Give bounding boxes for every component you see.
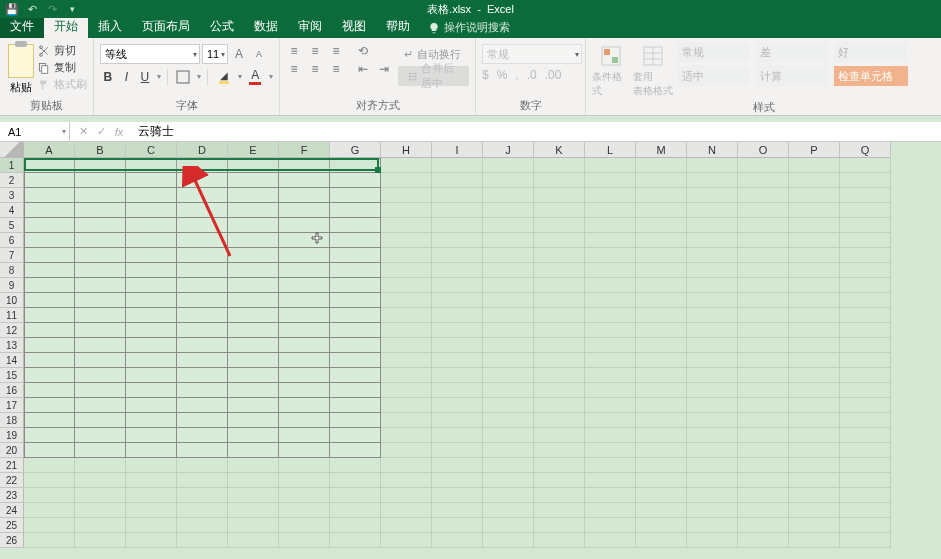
cell[interactable] xyxy=(789,353,840,368)
cell[interactable] xyxy=(228,218,279,233)
cell[interactable] xyxy=(279,533,330,548)
orientation-icon[interactable]: ⟲ xyxy=(355,44,371,58)
paste-button[interactable]: 粘贴 xyxy=(6,40,38,96)
cell[interactable] xyxy=(177,218,228,233)
cell[interactable] xyxy=(738,458,789,473)
copy-button[interactable]: 复制 xyxy=(38,60,87,75)
cell[interactable] xyxy=(177,473,228,488)
cell[interactable] xyxy=(279,443,330,458)
cell[interactable] xyxy=(381,188,432,203)
cell[interactable] xyxy=(279,158,330,173)
align-right-icon[interactable]: ≡ xyxy=(328,62,344,76)
cell[interactable] xyxy=(585,188,636,203)
cell[interactable] xyxy=(24,323,75,338)
cell[interactable] xyxy=(789,323,840,338)
cell[interactable] xyxy=(24,278,75,293)
cell[interactable] xyxy=(840,263,891,278)
cell[interactable] xyxy=(687,188,738,203)
increase-decimal-icon[interactable]: .0 xyxy=(527,68,537,82)
cell[interactable] xyxy=(279,383,330,398)
cell[interactable] xyxy=(483,218,534,233)
cell[interactable] xyxy=(789,428,840,443)
cell[interactable] xyxy=(177,173,228,188)
row-header-8[interactable]: 8 xyxy=(0,263,24,278)
undo-icon[interactable]: ↶ xyxy=(24,1,40,17)
cell[interactable] xyxy=(381,428,432,443)
cell[interactable] xyxy=(228,338,279,353)
cell[interactable] xyxy=(126,383,177,398)
cell[interactable] xyxy=(789,248,840,263)
cell[interactable] xyxy=(228,188,279,203)
cell[interactable] xyxy=(840,443,891,458)
align-bottom-icon[interactable]: ≡ xyxy=(328,44,344,58)
cell[interactable] xyxy=(534,488,585,503)
cell[interactable] xyxy=(585,458,636,473)
cell[interactable] xyxy=(330,263,381,278)
cell[interactable] xyxy=(330,413,381,428)
cell[interactable] xyxy=(585,488,636,503)
cell[interactable] xyxy=(126,248,177,263)
cell[interactable] xyxy=(432,533,483,548)
tab-insert[interactable]: 插入 xyxy=(88,15,132,38)
cell[interactable] xyxy=(24,353,75,368)
cell[interactable] xyxy=(738,413,789,428)
cell[interactable] xyxy=(687,248,738,263)
cell[interactable] xyxy=(75,323,126,338)
cell[interactable] xyxy=(24,533,75,548)
cell[interactable] xyxy=(330,203,381,218)
cell[interactable] xyxy=(738,398,789,413)
cell[interactable] xyxy=(534,368,585,383)
cell[interactable] xyxy=(432,248,483,263)
cell[interactable] xyxy=(24,443,75,458)
col-header-E[interactable]: E xyxy=(228,142,279,158)
cell[interactable] xyxy=(381,218,432,233)
align-middle-icon[interactable]: ≡ xyxy=(307,44,323,58)
cell[interactable] xyxy=(840,503,891,518)
cell[interactable] xyxy=(738,173,789,188)
cell[interactable] xyxy=(75,293,126,308)
cell[interactable] xyxy=(330,488,381,503)
cell[interactable] xyxy=(636,518,687,533)
style-calc[interactable]: 计算 xyxy=(756,66,828,86)
cell[interactable] xyxy=(738,233,789,248)
cell[interactable] xyxy=(789,368,840,383)
cell[interactable] xyxy=(279,248,330,263)
cut-button[interactable]: 剪切 xyxy=(38,43,87,58)
cell[interactable] xyxy=(534,263,585,278)
cell[interactable] xyxy=(636,458,687,473)
cell[interactable] xyxy=(483,248,534,263)
number-format-combo[interactable]: 常规▾ xyxy=(482,44,582,64)
cell[interactable] xyxy=(381,248,432,263)
fx-icon[interactable]: fx xyxy=(112,126,126,138)
cell[interactable] xyxy=(534,503,585,518)
cell[interactable] xyxy=(636,428,687,443)
cell[interactable] xyxy=(228,398,279,413)
row-header-1[interactable]: 1 xyxy=(0,158,24,173)
cell[interactable] xyxy=(432,233,483,248)
cell[interactable] xyxy=(534,413,585,428)
cell[interactable] xyxy=(585,338,636,353)
cell[interactable] xyxy=(126,158,177,173)
conditional-formatting-button[interactable]: 条件格式 xyxy=(592,44,630,98)
style-bad[interactable]: 差 xyxy=(756,42,828,62)
cell[interactable] xyxy=(636,218,687,233)
cell[interactable] xyxy=(636,413,687,428)
cell[interactable] xyxy=(432,338,483,353)
bold-button[interactable]: B xyxy=(100,70,116,84)
cell[interactable] xyxy=(636,248,687,263)
cell[interactable] xyxy=(279,293,330,308)
cell[interactable] xyxy=(330,383,381,398)
cell[interactable] xyxy=(75,308,126,323)
align-top-icon[interactable]: ≡ xyxy=(286,44,302,58)
cell[interactable] xyxy=(228,173,279,188)
cell[interactable] xyxy=(126,518,177,533)
cell[interactable] xyxy=(789,278,840,293)
cell[interactable] xyxy=(126,203,177,218)
name-box[interactable]: A1▾ xyxy=(0,122,70,142)
cell[interactable] xyxy=(738,323,789,338)
cell[interactable] xyxy=(177,398,228,413)
cell[interactable] xyxy=(24,368,75,383)
cell[interactable] xyxy=(279,518,330,533)
cell[interactable] xyxy=(75,248,126,263)
cell[interactable] xyxy=(177,248,228,263)
